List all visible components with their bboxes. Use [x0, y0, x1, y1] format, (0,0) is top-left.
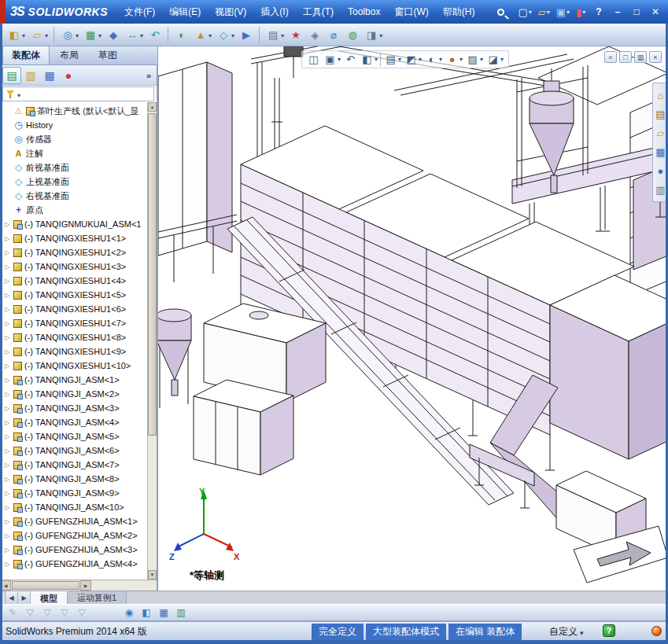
- scroll-track[interactable]: [148, 112, 157, 570]
- expand-arrow-icon[interactable]: [3, 249, 11, 256]
- expand-arrow-icon[interactable]: [3, 278, 11, 285]
- document-tab[interactable]: 运动算例1: [68, 591, 127, 604]
- tree-item[interactable]: 注解: [0, 146, 146, 160]
- expand-arrow-icon[interactable]: [3, 377, 11, 384]
- tree-item[interactable]: (-) TANQINGJI_ASM<9>: [0, 486, 146, 500]
- expand-arrow-icon[interactable]: [3, 263, 11, 270]
- scroll-tabs-right[interactable]: ▶: [18, 591, 31, 604]
- tree-item[interactable]: 传感器: [0, 132, 146, 146]
- tree-item[interactable]: 前视基准面: [0, 160, 146, 175]
- expand-arrow-icon[interactable]: [3, 532, 11, 539]
- record-macro-button[interactable]: ▮ ▾: [574, 6, 587, 18]
- tree-item[interactable]: (-) TANQINGJI_ASM<1>: [0, 373, 146, 387]
- expand-arrow-icon[interactable]: [3, 306, 11, 313]
- new-motion-study[interactable]: ▶: [238, 26, 255, 43]
- dropdown-arrow-icon[interactable]: ▾: [439, 56, 442, 63]
- dropdown-arrow-icon[interactable]: [75, 29, 79, 40]
- view-settings[interactable]: ◪ ▾: [485, 53, 504, 66]
- close-button[interactable]: ✕: [646, 3, 665, 20]
- orientation-triad[interactable]: Y X Z: [168, 485, 243, 564]
- commandmanager-tab[interactable]: 装配体: [2, 46, 50, 64]
- graphics-area[interactable]: ◫ ▣ ▾ ↶ ◧ ▾: [158, 46, 668, 591]
- dropdown-arrow-icon[interactable]: ▾: [398, 56, 401, 63]
- expand-arrow-icon[interactable]: [3, 235, 11, 242]
- tree-item[interactable]: (-) TANQINGXIESHU1<7>: [0, 316, 146, 330]
- dropdown-arrow-icon[interactable]: ▾: [419, 56, 422, 63]
- mate[interactable]: ◎: [59, 26, 80, 43]
- interference-detection[interactable]: ◈: [306, 26, 323, 43]
- dropdown-arrow-icon[interactable]: ▾: [375, 56, 378, 63]
- dropdown-arrow-icon[interactable]: [280, 29, 284, 40]
- mass-properties[interactable]: ◍: [344, 26, 361, 43]
- help-button[interactable]: ?: [589, 3, 608, 20]
- dropdown-arrow-icon[interactable]: [208, 29, 212, 40]
- new-document-button[interactable]: ▢ ▾: [516, 6, 533, 18]
- tree-item[interactable]: (-) TANQINGXIESHU1<5>: [0, 288, 146, 302]
- configurationmanager-tab[interactable]: ▦: [40, 67, 59, 84]
- tree-item[interactable]: (-) TANQINGJI_ASM<7>: [0, 458, 146, 472]
- tree-item[interactable]: (-) TANQINGJI_ASM<6>: [0, 443, 146, 458]
- insert-component[interactable]: ◧: [6, 26, 27, 43]
- hide-show-items[interactable]: ◐ ▾: [424, 53, 443, 66]
- tree-item[interactable]: (-) GUFENGZHIJIA_ASM<3>: [0, 543, 146, 557]
- maximize-button[interactable]: □: [627, 3, 646, 20]
- dropdown-arrow-icon[interactable]: [580, 627, 584, 638]
- assembly-visualization[interactable]: ◧: [138, 605, 154, 620]
- tree-item[interactable]: (-) TANQINGJI_ASM<5>: [0, 429, 146, 443]
- show-display-pane[interactable]: ▦: [156, 605, 172, 620]
- tree-item[interactable]: (-) TANQINGXIESHU1<3>: [0, 259, 146, 274]
- tree-item[interactable]: (-) TANQINGXIESHU1<2>: [0, 245, 146, 259]
- expand-arrow-icon[interactable]: [3, 504, 11, 511]
- zoom-area[interactable]: ▣ ▾: [323, 53, 341, 66]
- dropdown-arrow-icon[interactable]: ▾: [459, 56, 463, 63]
- component-pattern[interactable]: ▦: [82, 26, 103, 43]
- dropdown-arrow-icon[interactable]: ▾: [547, 9, 550, 16]
- tree-item[interactable]: (-) TANQIGNMUKUAI_ASM<1: [0, 217, 146, 231]
- filter-vertices[interactable]: ▽: [74, 605, 90, 620]
- resource-monitor-icon[interactable]: [651, 626, 662, 636]
- displaymanager-tab[interactable]: ●: [59, 67, 78, 84]
- scroll-up-icon[interactable]: [148, 102, 157, 112]
- menu-item[interactable]: 工具(T): [296, 2, 341, 22]
- menu-item[interactable]: 视图(V): [208, 2, 253, 22]
- commandmanager-tab[interactable]: 草图: [89, 46, 127, 64]
- tree-item[interactable]: 上视基准面: [0, 175, 146, 189]
- bill-of-materials[interactable]: ▤: [264, 26, 286, 43]
- scroll-thumb[interactable]: [148, 113, 157, 436]
- magnified-selection[interactable]: ◉: [121, 605, 137, 620]
- tree-item[interactable]: (-) GUFENGZHIJIA_ASM<1>: [0, 514, 146, 528]
- dropdown-arrow-icon[interactable]: ▾: [529, 9, 532, 16]
- open-document-button[interactable]: ▱ ▾: [537, 6, 552, 18]
- filter-faces[interactable]: ▽: [39, 605, 55, 620]
- dropdown-arrow-icon[interactable]: [44, 29, 48, 40]
- dropdown-arrow-icon[interactable]: ▾: [567, 9, 570, 16]
- tree-item[interactable]: 原点: [0, 203, 146, 217]
- assembly-features[interactable]: ▲: [192, 26, 213, 43]
- tree-horizontal-scrollbar[interactable]: [0, 580, 157, 591]
- collapse-taskpane[interactable]: «: [604, 51, 617, 63]
- move-component[interactable]: ↔: [124, 26, 145, 43]
- tree-item[interactable]: 右视基准面: [0, 189, 146, 203]
- show-display-pane[interactable]: ▥: [634, 51, 647, 63]
- tree-item[interactable]: (-) TANQINGXIESHU1<8>: [0, 330, 146, 344]
- dropdown-arrow-icon[interactable]: ▾: [480, 56, 483, 63]
- expand-arrow-icon[interactable]: [3, 419, 11, 426]
- filter-dropdown-icon[interactable]: [17, 89, 20, 100]
- tree-item[interactable]: (-) TANQINGXIESHU1<4>: [0, 274, 146, 288]
- tree-item[interactable]: (-) TANQINGXIESHU1<1>: [0, 231, 146, 245]
- left-cabinet[interactable]: [158, 62, 232, 256]
- previous-view[interactable]: ↶: [343, 53, 358, 66]
- expand-arrow-icon[interactable]: [3, 546, 11, 554]
- dropdown-arrow-icon[interactable]: [378, 29, 382, 40]
- minimize-button[interactable]: –: [608, 3, 627, 20]
- menu-item[interactable]: 帮助(H): [436, 2, 482, 22]
- tree-filter[interactable]: [2, 86, 154, 101]
- tree-item[interactable]: (-) GUFENGZHIJIA_ASM<2>: [0, 528, 146, 543]
- smart-fasteners[interactable]: ◆: [105, 26, 122, 43]
- menu-item[interactable]: 窗口(W): [387, 2, 435, 22]
- edit-sketch[interactable]: ✎: [5, 605, 20, 620]
- propertymanager-tab[interactable]: ▥: [21, 67, 40, 84]
- display-style[interactable]: ◩ ▾: [404, 53, 423, 66]
- selection-grid[interactable]: ▥: [173, 605, 189, 620]
- expand-arrow-icon[interactable]: [3, 348, 11, 355]
